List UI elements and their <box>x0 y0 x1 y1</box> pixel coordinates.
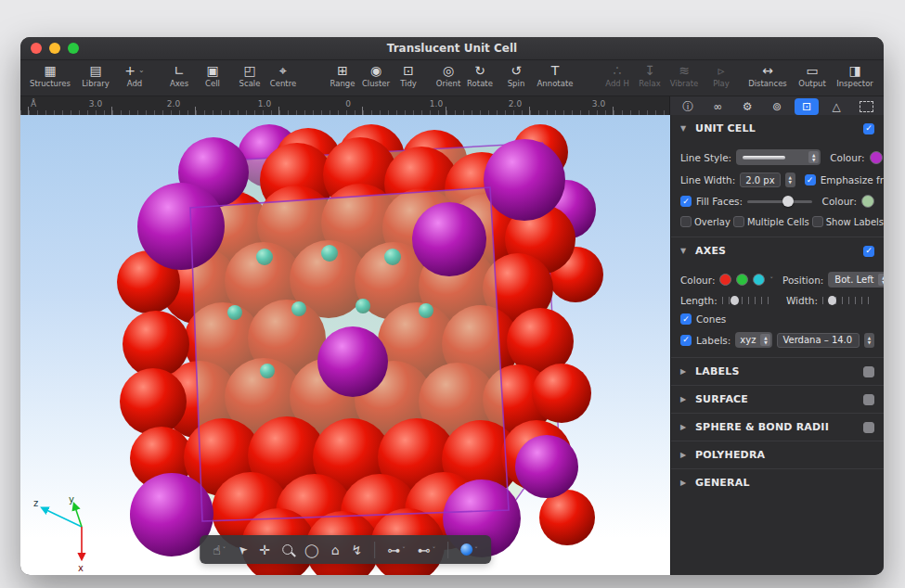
disclosure-triangle-icon[interactable] <box>680 451 690 459</box>
y-axis-colour-well[interactable] <box>736 274 748 286</box>
model-tools-button[interactable]: ⚙ <box>735 98 759 115</box>
toolbar-item-spin[interactable]: ↺Spin <box>508 63 525 88</box>
toolbar-item-inspector[interactable]: ◨Inspector <box>836 63 873 88</box>
unit-cell-button[interactable]: ⊡ <box>795 98 819 115</box>
section-axes[interactable]: AXES <box>671 236 884 264</box>
show-labels-checkbox[interactable] <box>812 216 823 227</box>
emphasize-front-checkbox[interactable] <box>805 174 816 185</box>
section-title: POLYHEDRA <box>695 449 765 461</box>
move-tool[interactable]: ✛ <box>259 543 270 557</box>
zoom-tool[interactable] <box>282 544 292 555</box>
toolbar-item-label: Add <box>127 79 142 88</box>
axis-label-set-dropdown[interactable]: xyz <box>735 332 772 348</box>
axes-enabled-checkbox[interactable] <box>863 246 874 257</box>
disclosure-triangle-icon[interactable] <box>680 367 690 376</box>
toolbar-item-annotate[interactable]: TAnnotate <box>537 63 574 88</box>
wand-tool[interactable]: ↯ <box>352 543 363 557</box>
toolbar-item-range[interactable]: ⊞Range <box>330 63 356 88</box>
line-width-stepper[interactable] <box>785 173 795 187</box>
toolbar-item-add-h[interactable]: ∴Add H <box>605 63 629 88</box>
toolbar-item-distances[interactable]: ↔Distances <box>748 63 787 88</box>
axes-colour-label: Colour: <box>680 275 715 286</box>
disclosure-triangle-icon[interactable] <box>680 423 690 431</box>
chevron-down-icon[interactable]: ⌄ <box>138 63 145 78</box>
unit-cell-enabled-checkbox[interactable] <box>863 123 874 134</box>
add-atom-tool[interactable]: ˅ <box>460 543 478 556</box>
toolbar-item-centre[interactable]: ⌖Centre <box>270 63 296 88</box>
disclosure-triangle-icon[interactable] <box>680 247 690 255</box>
disclosure-triangle-icon[interactable] <box>680 479 690 487</box>
red-atom <box>539 490 595 545</box>
section-title: LABELS <box>695 365 740 377</box>
select-tool[interactable]: ➤ <box>238 543 247 556</box>
position-dropdown[interactable]: Bot. Left <box>828 272 884 288</box>
cones-checkbox[interactable] <box>680 313 692 325</box>
multiple-cells-checkbox[interactable] <box>733 216 744 227</box>
line-width-label: Line Width: <box>680 174 735 185</box>
toolbar-item-scale[interactable]: ◰Scale <box>239 63 261 88</box>
disclosure-triangle-icon[interactable] <box>680 124 690 133</box>
section-general[interactable]: GENERAL <box>671 468 884 496</box>
section-sphere-bond-radii[interactable]: SPHERE & BOND RADII <box>671 413 884 441</box>
close-button[interactable] <box>31 43 42 54</box>
section-polyhedra[interactable]: POLYHEDRA <box>671 441 884 468</box>
viewport[interactable]: z y x ☝˅➤✛◯⌂↯⊶˅⊷˅˅ <box>20 115 670 575</box>
minimize-button[interactable] <box>49 43 60 54</box>
toolbar-item-vibrate[interactable]: ≋Vibrate <box>670 63 699 88</box>
bond-tool[interactable]: ⊶˅ <box>387 543 406 557</box>
info-button[interactable]: ⓘ <box>676 98 700 115</box>
toolbar-item-axes[interactable]: ∟Axes <box>170 63 188 88</box>
toolbar-item-cluster[interactable]: ◉Cluster <box>362 63 390 88</box>
fill-faces-checkbox[interactable] <box>680 196 692 207</box>
section-labels[interactable]: LABELS <box>671 357 884 385</box>
title-bar[interactable]: Translucent Unit Cell <box>20 37 884 60</box>
pan-tool[interactable]: ☝˅ <box>213 543 226 557</box>
axis-label-font-value[interactable]: Verdana – 14.0 <box>777 333 860 348</box>
section-checkbox[interactable] <box>863 394 874 405</box>
fill-colour-well[interactable] <box>861 195 874 208</box>
polyhedra-button[interactable]: △ <box>824 98 848 115</box>
bond-network-tool-icon: ⊷ <box>418 543 431 557</box>
toolbar-item-tidy[interactable]: ⊡Tidy <box>400 63 417 88</box>
atoms-bonds-icon: ∞ <box>713 100 722 113</box>
polygon-select-tool[interactable]: ⌂ <box>331 543 340 557</box>
info-icon: ⓘ <box>682 99 693 115</box>
line-width-value[interactable]: 2.0 px <box>740 173 780 187</box>
x-axis-colour-well[interactable] <box>719 274 731 286</box>
disclosure-triangle-icon[interactable] <box>680 395 690 403</box>
zoom-button[interactable] <box>68 43 79 54</box>
toolbar-item-label: Relax <box>639 79 660 88</box>
axes-length-slider[interactable] <box>722 297 774 304</box>
orbit-button[interactable]: ⊚ <box>765 98 789 115</box>
z-axis-colour-well[interactable] <box>753 274 765 286</box>
selection-marquee-button[interactable] <box>854 98 878 115</box>
viewport-canvas[interactable] <box>20 115 670 575</box>
toolbar-item-orient[interactable]: ◎Orient <box>436 63 461 88</box>
section-checkbox[interactable] <box>863 366 874 377</box>
lasso-tool[interactable]: ◯ <box>304 543 319 557</box>
cones-label: Cones <box>696 313 726 325</box>
bond-network-tool[interactable]: ⊷˅ <box>418 543 436 557</box>
section-unit-cell[interactable]: UNIT CELL <box>671 115 884 142</box>
line-style-dropdown[interactable] <box>736 149 821 165</box>
section-checkbox[interactable] <box>863 422 874 433</box>
app-window: Translucent Unit Cell ▦Structures▤Librar… <box>20 37 884 575</box>
section-surface[interactable]: SURFACE <box>671 385 884 413</box>
ruler-label: 2.0 <box>167 99 180 109</box>
labels-checkbox[interactable] <box>680 335 692 346</box>
toolbar-item-cell[interactable]: ▣Cell <box>205 63 220 88</box>
overlay-checkbox[interactable] <box>680 216 692 227</box>
chevron-down-icon[interactable]: ˅ <box>769 276 773 284</box>
toolbar-item-output[interactable]: ▭Output <box>798 63 826 88</box>
line-colour-well[interactable] <box>870 151 883 164</box>
atoms-bonds-button[interactable]: ∞ <box>705 98 730 115</box>
toolbar-item-relax[interactable]: ↧Relax <box>639 63 660 88</box>
toolbar-item-library[interactable]: ▤Library <box>82 63 110 88</box>
toolbar-item-add[interactable]: +⌄Add <box>124 63 144 88</box>
toolbar-item-structures[interactable]: ▦Structures <box>30 63 71 88</box>
toolbar-item-rotate[interactable]: ↻Rotate <box>467 63 493 88</box>
font-size-stepper[interactable] <box>864 333 874 348</box>
fill-opacity-slider[interactable] <box>747 200 812 203</box>
toolbar-item-play[interactable]: ▹Play <box>713 63 730 88</box>
axes-width-slider[interactable] <box>822 297 874 304</box>
